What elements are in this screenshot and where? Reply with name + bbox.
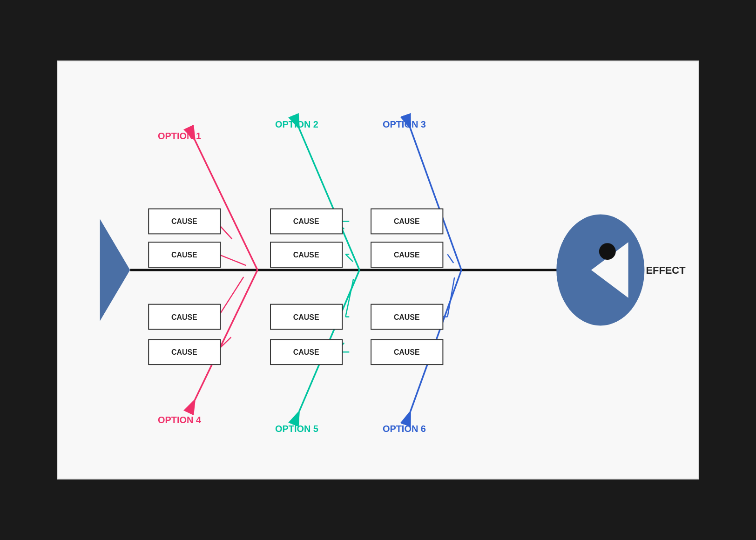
svg-text:OPTION 4: OPTION 4 (158, 415, 201, 425)
svg-text:OPTION 3: OPTION 3 (383, 119, 426, 129)
svg-line-15 (218, 254, 246, 265)
svg-text:OPTION 1: OPTION 1 (158, 131, 201, 141)
svg-marker-40 (100, 219, 130, 321)
svg-text:CAUSE: CAUSE (394, 348, 420, 356)
svg-text:CAUSE: CAUSE (394, 313, 420, 321)
svg-text:CAUSE: CAUSE (171, 251, 197, 259)
svg-text:OPTION 6: OPTION 6 (383, 424, 426, 434)
svg-line-20 (345, 254, 353, 262)
svg-text:CAUSE: CAUSE (293, 251, 319, 259)
svg-text:CAUSE: CAUSE (293, 217, 319, 225)
svg-text:CAUSE: CAUSE (171, 217, 197, 225)
svg-text:OPTION 2: OPTION 2 (275, 119, 318, 129)
diagram-container: EFFECT OPTION 1 OPTION 2 OPTION 3 OPTION… (57, 61, 699, 479)
svg-line-9 (195, 270, 257, 400)
svg-point-39 (599, 243, 616, 260)
svg-text:CAUSE: CAUSE (171, 348, 197, 356)
svg-line-34 (447, 277, 454, 317)
svg-text:CAUSE: CAUSE (394, 217, 420, 225)
svg-text:CAUSE: CAUSE (171, 313, 197, 321)
svg-text:CAUSE: CAUSE (394, 251, 420, 259)
svg-text:CAUSE: CAUSE (293, 348, 319, 356)
svg-text:OPTION 5: OPTION 5 (275, 424, 318, 434)
svg-line-24 (447, 254, 453, 263)
svg-text:CAUSE: CAUSE (293, 313, 319, 321)
svg-text:EFFECT: EFFECT (646, 264, 686, 276)
svg-line-26 (218, 277, 244, 317)
